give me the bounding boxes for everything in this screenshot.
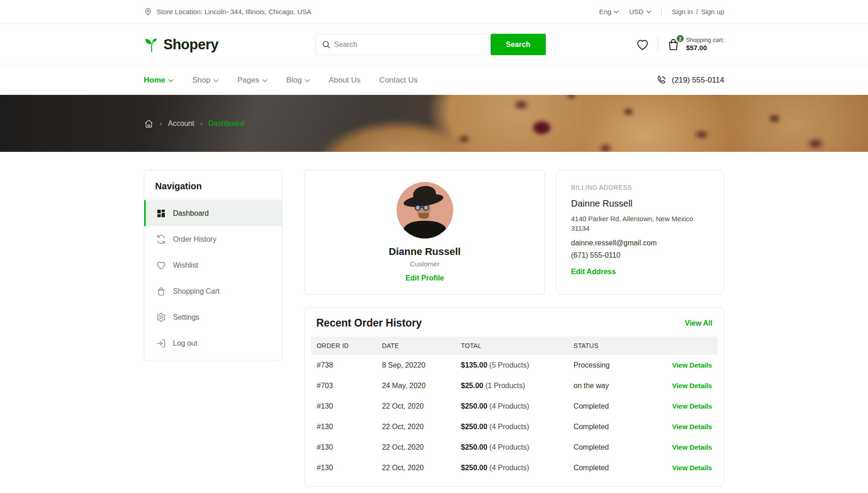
location-pin-icon	[144, 7, 152, 16]
order-date: 22 Oct, 2020	[382, 423, 461, 431]
store-location-text: Store Location: Lincoln- 344, Illinois, …	[157, 8, 311, 16]
search-button[interactable]: Search	[491, 34, 546, 55]
breadcrumb-account[interactable]: Account	[168, 119, 194, 128]
cart-total: $57.00	[686, 44, 724, 52]
nav-item[interactable]: Pages	[237, 76, 267, 85]
order-total: $250.00	[461, 464, 487, 472]
search-input[interactable]	[334, 41, 484, 49]
view-details-link[interactable]: View Details	[672, 382, 712, 389]
phone-icon	[656, 75, 667, 86]
nav-item[interactable]: Home	[144, 76, 173, 85]
billing-name: Dainne Russell	[571, 198, 709, 209]
order-products: (4 Products)	[489, 402, 529, 410]
header: Shopery Search 2 Shopping cart: $57.0	[0, 24, 868, 65]
sidebar-title: Navigation	[144, 170, 282, 199]
brand-logo[interactable]: Shopery	[144, 36, 219, 53]
sidebar-item[interactable]: Dashboard	[144, 200, 282, 226]
logo-sprout-icon	[144, 37, 159, 52]
sidebar-item[interactable]: Settings	[144, 304, 282, 330]
order-row: #130 22 Oct, 2020 $250.00 (4 Products) C…	[305, 416, 724, 437]
edit-profile-link[interactable]: Edit Profile	[405, 274, 444, 282]
order-id: #703	[317, 382, 382, 390]
sidebar-item[interactable]: Order History	[144, 226, 282, 252]
phone-number: (219) 555-0114	[672, 76, 724, 85]
main-nav: Home Shop Pages	[0, 65, 868, 95]
breadcrumb-home[interactable]	[144, 119, 154, 129]
billing-email: dainne.ressell@gmail.com	[571, 239, 709, 247]
billing-heading: BILLING ADDRESS	[571, 184, 709, 191]
order-status: Completed	[574, 464, 649, 472]
chevron-down-icon	[614, 10, 619, 14]
nav-item[interactable]: Contact Us	[379, 76, 418, 85]
order-products: (4 Products)	[489, 464, 529, 472]
sidebar-item[interactable]: Shopping Cart	[144, 278, 282, 304]
order-status: Completed	[574, 443, 649, 451]
col-order-id: ORDER ID	[317, 342, 382, 349]
nav-item[interactable]: About Us	[329, 76, 361, 85]
profile-role: Customer	[410, 260, 439, 268]
order-products: (4 Products)	[489, 443, 529, 451]
col-date: DATE	[382, 342, 461, 349]
nav-item[interactable]: Blog	[286, 76, 310, 85]
billing-phone: (671) 555-0110	[571, 251, 709, 259]
home-icon	[144, 119, 154, 129]
view-details-link[interactable]: View Details	[672, 423, 712, 431]
order-id: #130	[317, 402, 382, 410]
view-all-link[interactable]: View All	[685, 319, 712, 327]
order-date: 22 Oct, 2020	[382, 443, 461, 451]
orders-table-header: ORDER ID DATE TOTAL STATUS	[311, 337, 717, 355]
logout-icon	[156, 338, 166, 348]
order-row: #738 8 Sep, 20220 $135.00 (5 Products) P…	[305, 355, 724, 375]
view-details-link[interactable]: View Details	[672, 402, 712, 410]
order-row: #130 22 Oct, 2020 $250.00 (4 Products) C…	[305, 437, 724, 457]
billing-street-address: 4140 Parker Rd. Allentown, New Mexico 31…	[571, 214, 709, 233]
topbar-divider	[661, 8, 662, 15]
order-products: (1 Products)	[485, 382, 525, 389]
col-total: TOTAL	[461, 342, 574, 349]
sidebar-item[interactable]: Log out	[144, 330, 282, 356]
order-status: Completed	[574, 423, 649, 431]
chevron-down-icon	[262, 79, 267, 83]
order-date: 24 May, 2020	[382, 382, 461, 390]
order-row: #703 24 May, 2020 $25.00 (1 Products) on…	[305, 375, 724, 396]
view-details-link[interactable]: View Details	[672, 443, 712, 451]
orders-table-body: #738 8 Sep, 20220 $135.00 (5 Products) P…	[305, 355, 724, 478]
nav-item[interactable]: Shop	[192, 76, 219, 85]
phone-contact[interactable]: (219) 555-0114	[656, 75, 724, 86]
refresh-icon	[156, 234, 166, 244]
order-id: #130	[317, 423, 382, 431]
sign-up-link[interactable]: Sign up	[701, 8, 724, 16]
order-products: (5 Products)	[489, 361, 529, 369]
cart-label: Shopping cart:	[686, 36, 724, 44]
breadcrumb-separator: ›	[200, 119, 203, 127]
currency-select[interactable]: USD	[629, 8, 651, 16]
breadcrumb: › Account › Dashboard	[144, 95, 724, 152]
language-select[interactable]: Eng	[599, 8, 619, 16]
edit-address-link[interactable]: Edit Address	[571, 268, 616, 275]
orders-title: Recent Order History	[316, 317, 422, 329]
order-id: #738	[317, 361, 382, 369]
order-status: on the way	[574, 382, 649, 390]
sidebar-item[interactable]: Wishlist	[144, 252, 282, 278]
order-row: #130 22 Oct, 2020 $250.00 (4 Products) C…	[305, 457, 724, 478]
order-status: Processing	[574, 361, 649, 369]
wishlist-button[interactable]	[636, 38, 649, 52]
topbar: Store Location: Lincoln- 344, Illinois, …	[0, 0, 868, 24]
brand-name: Shopery	[163, 36, 219, 53]
search-bar: Search	[315, 34, 546, 55]
gear-icon	[156, 312, 166, 322]
account-navigation: Navigation Dashboard Order History Wishl…	[144, 170, 282, 361]
sign-in-link[interactable]: Sign in	[672, 8, 693, 16]
cart-button[interactable]: 2 Shopping cart: $57.00	[666, 36, 724, 52]
view-details-link[interactable]: View Details	[672, 464, 712, 472]
view-details-link[interactable]: View Details	[672, 361, 712, 369]
profile-name: Dianne Russell	[389, 246, 461, 258]
order-date: 22 Oct, 2020	[382, 464, 461, 472]
billing-address-card: BILLING ADDRESS Dainne Russell 4140 Park…	[556, 170, 724, 295]
hero-banner: › Account › Dashboard	[0, 95, 868, 152]
heart-icon	[636, 38, 649, 52]
order-products: (4 Products)	[489, 423, 529, 431]
order-total: $250.00	[461, 443, 487, 451]
heart-icon	[156, 260, 166, 270]
order-row: #130 22 Oct, 2020 $250.00 (4 Products) C…	[305, 396, 724, 416]
